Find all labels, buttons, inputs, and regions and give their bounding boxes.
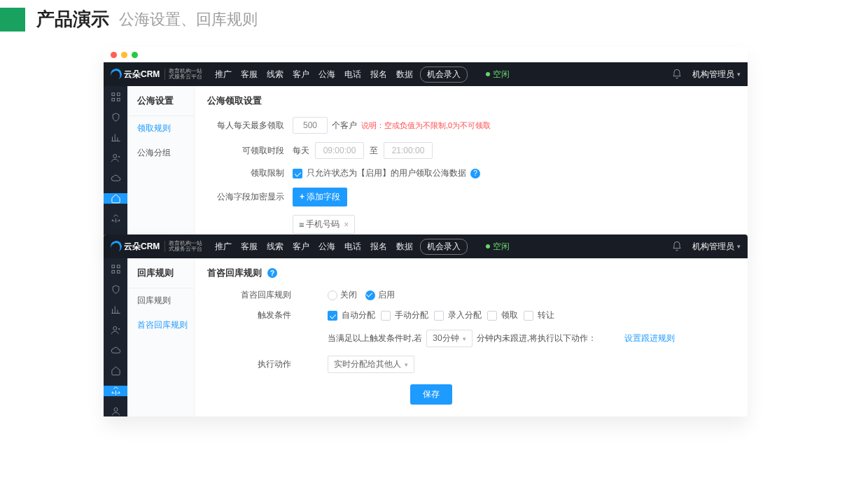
- add-field-button[interactable]: 添加字段: [293, 188, 347, 206]
- product-logo: 云朵CRM 教育机构一站式服务云平台: [111, 69, 202, 80]
- icon-apps[interactable]: [109, 92, 122, 102]
- sentence-a: 当满足以上触发条件时,若: [328, 332, 422, 344]
- svg-rect-7: [117, 265, 120, 268]
- shield-icon[interactable]: [109, 112, 122, 122]
- sidebar-item-claim-rule[interactable]: 领取规则: [127, 116, 194, 141]
- radio-on-label: 启用: [378, 289, 395, 301]
- sidebar-item-sea-group[interactable]: 公海分组: [127, 141, 194, 165]
- svg-rect-1: [117, 93, 120, 96]
- nav-sea[interactable]: 公海: [318, 241, 335, 253]
- svg-rect-3: [117, 98, 120, 101]
- nav-service[interactable]: 客服: [241, 241, 258, 253]
- nav-phone[interactable]: 电话: [344, 241, 361, 253]
- checkbox-auto-assign[interactable]: [328, 311, 337, 321]
- shield-icon[interactable]: [109, 284, 122, 295]
- bell-icon[interactable]: [671, 241, 682, 252]
- home-icon[interactable]: [109, 365, 122, 376]
- checkbox-input-assign[interactable]: [434, 311, 444, 321]
- user-icon[interactable]: [109, 325, 122, 335]
- tag-label: 手机号码: [306, 218, 340, 230]
- nav-promote[interactable]: 推广: [215, 241, 232, 253]
- opportunity-entry-button[interactable]: 机会录入: [420, 66, 468, 83]
- mac-close-icon[interactable]: [111, 52, 117, 58]
- mac-minimize-icon[interactable]: [121, 52, 127, 58]
- nav-data[interactable]: 数据: [396, 241, 413, 253]
- nav-signup[interactable]: 报名: [370, 241, 387, 253]
- svg-rect-9: [117, 270, 120, 273]
- sentence-b: 分钟内未跟进,将执行以下动作：: [477, 332, 596, 344]
- bell-icon[interactable]: [671, 69, 682, 80]
- user-icon[interactable]: [109, 153, 122, 163]
- select-action[interactable]: 实时分配给其他人▾: [328, 356, 414, 373]
- link-set-followup[interactable]: 设置跟进规则: [624, 332, 675, 344]
- help-icon[interactable]: ?: [267, 268, 277, 278]
- mac-traffic-lights: [104, 47, 748, 62]
- cloud-icon[interactable]: [109, 173, 122, 183]
- sidebar-item-return-rule[interactable]: 回库规则: [127, 288, 194, 313]
- label-first-rule: 首咨回库规则: [228, 289, 291, 301]
- checkbox-claim[interactable]: [487, 311, 497, 321]
- recycle-icon[interactable]: [109, 214, 122, 224]
- text-to: 至: [370, 145, 378, 157]
- hint-max-claim: 说明：空或负值为不限制,0为不可领取: [361, 120, 491, 131]
- checkbox-enable-only[interactable]: [293, 169, 302, 178]
- sidebar-item-first-return-rule[interactable]: 首咨回库规则: [127, 313, 194, 337]
- mac-zoom-icon[interactable]: [132, 52, 138, 58]
- home-icon[interactable]: [104, 193, 127, 204]
- page-subtitle: 公海设置、回库规则: [119, 9, 258, 30]
- chart-icon[interactable]: [109, 304, 122, 315]
- unit-customers: 个客户: [332, 120, 357, 132]
- nav-signup[interactable]: 报名: [370, 69, 387, 80]
- input-max-claim[interactable]: [293, 117, 328, 134]
- nav-sea[interactable]: 公海: [318, 69, 335, 80]
- status-idle: 空闲: [486, 241, 510, 253]
- input-time-from[interactable]: [315, 142, 364, 159]
- cloud-icon[interactable]: [109, 345, 122, 356]
- close-icon[interactable]: ×: [344, 220, 349, 230]
- icon-apps[interactable]: [109, 264, 122, 274]
- label-time-range: 可领取时段: [207, 145, 284, 157]
- top-nav: 推广 客服 线索 客户 公海 电话 报名 数据: [215, 69, 413, 80]
- nav-service[interactable]: 客服: [241, 69, 258, 80]
- label-max-claim: 每人每天最多领取: [207, 120, 284, 132]
- main-panel: 首咨回库规则 ? 首咨回库规则 关闭 启用 触发条件: [195, 258, 748, 416]
- nav-leads[interactable]: 线索: [267, 69, 284, 80]
- nav-promote[interactable]: 推广: [215, 69, 232, 80]
- checkbox-manual-assign[interactable]: [381, 311, 391, 321]
- sub-sidebar: 回库规则 回库规则 首咨回库规则: [127, 258, 195, 416]
- nav-customers[interactable]: 客户: [293, 241, 309, 253]
- logo-text: 云朵CRM: [124, 69, 160, 80]
- nav-data[interactable]: 数据: [396, 69, 413, 80]
- chart-icon[interactable]: [109, 132, 122, 143]
- tag-phone-field[interactable]: ≡ 手机号码 ×: [293, 215, 355, 234]
- svg-rect-2: [111, 98, 114, 101]
- radio-off[interactable]: [328, 290, 337, 300]
- checkbox-transfer[interactable]: [524, 311, 533, 321]
- nav-leads[interactable]: 线索: [267, 241, 284, 253]
- account-menu[interactable]: 机构管理员▾: [692, 241, 741, 253]
- sub-sidebar: 公海设置 领取规则 公海分组: [127, 86, 195, 243]
- label-trigger: 触发条件: [228, 309, 291, 321]
- opportunity-entry-button[interactable]: 机会录入: [420, 239, 468, 255]
- window-return-rule: 云朵CRM 教育机构一站式服务云平台 推广 客服 线索 客户 公海 电话 报名 …: [104, 234, 748, 416]
- radio-on[interactable]: [365, 290, 375, 300]
- svg-point-4: [113, 155, 116, 158]
- drag-handle-icon[interactable]: ≡: [299, 220, 302, 230]
- logo-icon: [109, 239, 124, 254]
- section-title: 首咨回库规则 ?: [207, 267, 735, 279]
- person-icon[interactable]: [109, 406, 122, 416]
- recycle-icon[interactable]: [104, 386, 127, 396]
- help-icon[interactable]: ?: [470, 169, 480, 178]
- input-time-to[interactable]: [384, 142, 433, 159]
- chevron-down-icon: ▾: [737, 243, 741, 250]
- label-action: 执行动作: [228, 358, 291, 370]
- svg-point-11: [114, 408, 118, 412]
- sidebar-heading: 回库规则: [127, 258, 194, 288]
- nav-customers[interactable]: 客户: [293, 69, 309, 80]
- text-every-day: 每天: [293, 145, 309, 157]
- select-minutes[interactable]: 30分钟▾: [426, 330, 472, 347]
- top-bar: 云朵CRM 教育机构一站式服务云平台 推广 客服 线索 客户 公海 电话 报名 …: [104, 234, 748, 258]
- account-menu[interactable]: 机构管理员▾: [692, 69, 741, 80]
- nav-phone[interactable]: 电话: [344, 69, 361, 80]
- save-button[interactable]: 保存: [410, 384, 452, 405]
